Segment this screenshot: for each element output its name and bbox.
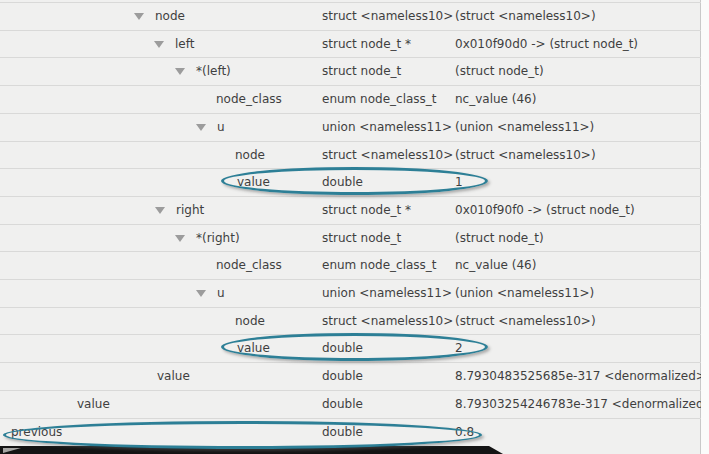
- variable-row[interactable]: nodestruct <nameless10>(struct <nameless…: [0, 2, 701, 30]
- variable-row[interactable]: nodestruct <nameless10>(struct <nameless…: [0, 141, 701, 169]
- variable-name: node: [235, 142, 265, 169]
- variable-name: node_class: [216, 86, 282, 113]
- expander-triangle-icon[interactable]: [154, 41, 164, 48]
- variable-value: (struct <nameless10>): [455, 308, 596, 335]
- variable-type: union <nameless11>: [322, 280, 452, 307]
- variable-type: double: [322, 391, 363, 418]
- annotation-ellipse: [221, 167, 488, 195]
- expander-triangle-icon[interactable]: [175, 235, 185, 242]
- variable-row[interactable]: valuedouble8.7930483525685e-317 <denorma…: [0, 362, 701, 390]
- variable-value: 0x010f90f0 -> (struct node_t): [455, 197, 635, 224]
- annotation-ellipse: [3, 421, 482, 449]
- variable-row[interactable]: valuedouble8.79303254246783e-317 <denorm…: [0, 390, 701, 418]
- variable-type: struct <nameless10>: [322, 308, 453, 335]
- variable-row[interactable]: leftstruct node_t *0x010f90d0 -> (struct…: [0, 30, 701, 58]
- variable-name: right: [176, 197, 204, 224]
- variable-name: node: [235, 308, 265, 335]
- variable-value: 0x010f90d0 -> (struct node_t): [455, 31, 638, 58]
- variable-row[interactable]: *(left)struct node_t(struct node_t): [0, 57, 701, 85]
- variable-row[interactable]: node_classenum node_class_tnc_value (46): [0, 251, 701, 279]
- variable-type: struct <nameless10>: [322, 142, 453, 169]
- variable-type: struct <nameless10>: [322, 3, 453, 30]
- variable-row[interactable]: uunion <nameless11>(union <nameless11>): [0, 113, 701, 141]
- expander-triangle-icon[interactable]: [134, 13, 144, 20]
- variable-value: (struct node_t): [455, 58, 544, 85]
- variable-value: (struct <nameless10>): [455, 3, 596, 30]
- variable-name: u: [217, 280, 225, 307]
- variable-name: value: [77, 391, 110, 418]
- variable-value: 8.7930483525685e-317 <denormalized>: [455, 363, 706, 390]
- variable-name: node_class: [216, 252, 282, 279]
- variable-value: 8.79303254246783e-317 <denormalized>: [455, 391, 709, 418]
- variable-name: u: [217, 114, 225, 141]
- variable-type: double: [322, 363, 363, 390]
- variable-value: (union <nameless11>): [455, 114, 594, 141]
- variable-row[interactable]: uunion <nameless11>(union <nameless11>): [0, 279, 701, 307]
- variable-type: enum node_class_t: [322, 86, 437, 113]
- watch-window: nodestruct <nameless10>(struct <nameless…: [0, 0, 709, 454]
- variable-name: *(left): [196, 58, 231, 85]
- variable-row[interactable]: nodestruct <nameless10>(struct <nameless…: [0, 307, 701, 335]
- resize-grip-icon: [3, 448, 21, 453]
- variable-type: enum node_class_t: [322, 252, 437, 279]
- variable-value: nc_value (46): [455, 252, 536, 279]
- variable-type: struct node_t *: [322, 31, 411, 58]
- variables-tree: nodestruct <nameless10>(struct <nameless…: [0, 0, 701, 454]
- variable-name: value: [157, 363, 190, 390]
- expander-triangle-icon[interactable]: [155, 207, 165, 214]
- variable-value: nc_value (46): [455, 86, 536, 113]
- expander-triangle-icon[interactable]: [196, 290, 206, 297]
- variable-value: (struct <nameless10>): [455, 142, 596, 169]
- variable-row[interactable]: node_classenum node_class_tnc_value (46): [0, 85, 701, 113]
- variable-name: *(right): [196, 225, 240, 252]
- variable-value: (union <nameless11>): [455, 280, 594, 307]
- variable-name: left: [175, 31, 194, 58]
- variable-type: union <nameless11>: [322, 114, 452, 141]
- variable-row[interactable]: rightstruct node_t *0x010f90f0 -> (struc…: [0, 196, 701, 224]
- right-gutter: [701, 0, 709, 454]
- variable-name: node: [155, 3, 185, 30]
- expander-triangle-icon[interactable]: [175, 68, 185, 75]
- variable-type: struct node_t: [322, 225, 401, 252]
- variable-value: (struct node_t): [455, 225, 544, 252]
- variable-type: struct node_t *: [322, 197, 411, 224]
- expander-triangle-icon[interactable]: [196, 124, 206, 131]
- variable-type: struct node_t: [322, 58, 401, 85]
- annotation-ellipse: [221, 333, 488, 361]
- variable-row[interactable]: *(right)struct node_t(struct node_t): [0, 224, 701, 252]
